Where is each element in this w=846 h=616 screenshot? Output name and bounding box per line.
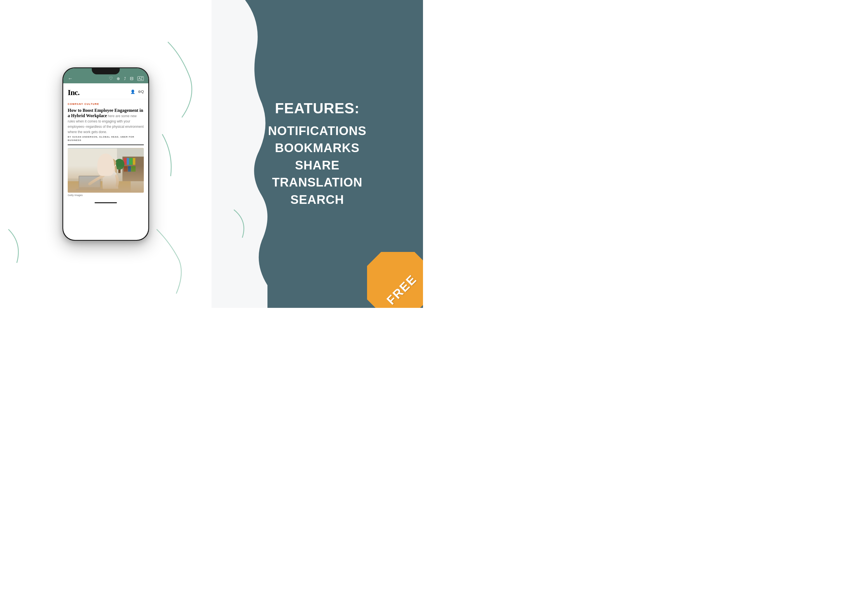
image-caption: Getty Images	[68, 194, 144, 197]
toolbar-back: ←	[68, 76, 73, 81]
phone-mockup: ← ♡ ⊕ ⤴ ⊟ AZ Inc. 👤	[62, 67, 149, 241]
right-panel: FEATURES: NOTIFICATIONS BOOKMARKS SHARE …	[212, 0, 423, 308]
svg-point-17	[104, 158, 116, 167]
feature-share: SHARE	[268, 157, 366, 174]
phone-frame: ← ♡ ⊕ ⤴ ⊟ AZ Inc. 👤	[62, 67, 149, 241]
features-list: NOTIFICATIONS BOOKMARKS SHARE TRANSLATIO…	[268, 122, 366, 208]
svg-rect-5	[129, 158, 133, 165]
feature-translation: TRANSLATION	[268, 174, 366, 191]
translate-icon: AZ	[137, 76, 144, 81]
svg-rect-8	[128, 166, 131, 172]
svg-rect-6	[133, 158, 135, 165]
header-icons: 👤 ⊜Q	[131, 89, 144, 94]
user-icon: 👤	[131, 89, 135, 94]
phone-notch	[92, 68, 120, 74]
svg-rect-4	[127, 158, 129, 165]
svg-rect-10	[118, 165, 120, 173]
feature-bookmarks: BOOKMARKS	[268, 139, 366, 157]
svg-rect-12	[68, 181, 131, 192]
article-divider	[68, 145, 144, 145]
phone-home-bar	[63, 200, 148, 205]
phone-screen: ← ♡ ⊕ ⤴ ⊟ AZ Inc. 👤	[63, 68, 148, 240]
feature-notifications: NOTIFICATIONS	[268, 122, 366, 139]
home-indicator	[95, 202, 117, 203]
back-icon: ←	[68, 76, 73, 81]
bookmark-icon: ⊟	[130, 76, 134, 81]
free-badge: FREE	[367, 252, 423, 308]
svg-point-11	[115, 159, 124, 170]
article-title: How to Boost Employee Engagement in a Hy…	[68, 108, 144, 135]
inc-logo: Inc.	[68, 87, 79, 97]
app-header: Inc. 👤 ⊜Q	[63, 83, 148, 99]
svg-rect-9	[131, 166, 136, 172]
article-category: COMPANY CULTURE	[68, 103, 144, 106]
svg-rect-13	[79, 176, 100, 189]
left-panel: ← ♡ ⊕ ⤴ ⊟ AZ Inc. 👤	[0, 0, 212, 308]
globe-icon: ⊕	[117, 76, 120, 81]
share-icon: ⤴	[124, 76, 126, 81]
features-header: FEATURES:	[268, 100, 366, 117]
article-author: BY SUSAN ANDERSON, GLOBAL HEAD, UBER FOR…	[68, 135, 144, 141]
article-image	[68, 148, 144, 193]
feature-search: SEARCH	[268, 191, 366, 208]
features-content: FEATURES: NOTIFICATIONS BOOKMARKS SHARE …	[251, 100, 383, 208]
article-content: COMPANY CULTURE How to Boost Employee En…	[63, 99, 148, 200]
heart-icon: ♡	[109, 76, 113, 81]
svg-rect-7	[124, 166, 128, 172]
svg-rect-14	[79, 176, 100, 187]
search-magnify-icon: ⊜Q	[138, 89, 144, 94]
svg-rect-15	[76, 189, 103, 190]
svg-rect-1	[68, 148, 117, 179]
toolbar-actions: ♡ ⊕ ⤴ ⊟ AZ	[109, 76, 144, 81]
